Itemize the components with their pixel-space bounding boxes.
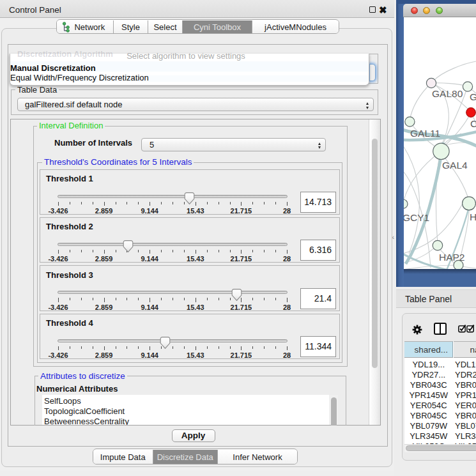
svg-text:H: H bbox=[470, 211, 476, 222]
svg-text:GAL11: GAL11 bbox=[410, 128, 440, 139]
svg-text:GAL4: GAL4 bbox=[442, 160, 468, 171]
svg-text:HAP2: HAP2 bbox=[439, 252, 465, 263]
svg-text:GAL80: GAL80 bbox=[432, 88, 463, 99]
svg-text:C: C bbox=[470, 118, 476, 129]
svg-text:GCY1: GCY1 bbox=[404, 212, 429, 223]
svg-text:GA: GA bbox=[470, 91, 476, 102]
